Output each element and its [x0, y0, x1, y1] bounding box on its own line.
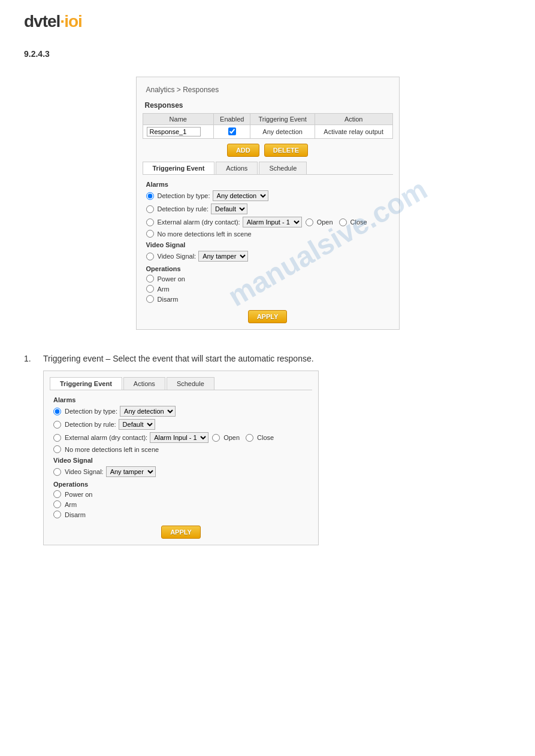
power-on-radio-2[interactable] [53, 490, 61, 498]
external-alarm-label[interactable]: External alarm (dry contact): [146, 218, 240, 226]
power-on-radio[interactable] [146, 275, 154, 283]
operations-title-2: Operations [53, 481, 309, 488]
arm-row-2: Arm [53, 500, 309, 508]
video-signal-select[interactable]: Any tamper [198, 251, 248, 262]
video-signal-radio-2[interactable] [53, 468, 61, 476]
no-more-detections-row: No more detections left in scene [146, 230, 389, 238]
row-enabled [214, 125, 250, 139]
row-name [143, 125, 214, 139]
add-delete-row: ADD DELETE [143, 144, 393, 157]
power-on-row-2: Power on [53, 490, 309, 498]
close-label[interactable]: Close [339, 218, 367, 226]
disarm-radio[interactable] [146, 295, 154, 303]
tab-schedule[interactable]: Schedule [259, 162, 307, 174]
arm-label[interactable]: Arm [146, 285, 170, 293]
no-more-detections-radio[interactable] [146, 230, 154, 238]
detection-by-type-select-2[interactable]: Any detection [120, 406, 176, 417]
logo-dvtel: dvtel [24, 12, 60, 31]
external-alarm-label-2[interactable]: External alarm (dry contact): [53, 434, 147, 442]
disarm-radio-2[interactable] [53, 511, 61, 518]
disarm-label[interactable]: Disarm [146, 295, 179, 303]
no-more-detections-radio-2[interactable] [53, 445, 61, 453]
item-content-1: Triggering event – Select the event that… [43, 354, 511, 545]
tab-bar-1: Triggering Event Actions Schedule [143, 162, 393, 175]
apply-row-1: APPLY [146, 310, 389, 323]
tab-actions[interactable]: Actions [216, 162, 258, 174]
detection-by-type-select[interactable]: Any detection [213, 190, 268, 201]
alarm-input-select-2[interactable]: Alarm Inpul - 1 [150, 432, 208, 443]
detection-by-type-row: Detection by type: Any detection [146, 190, 389, 201]
video-signal-title: Video Signal [146, 241, 389, 248]
video-signal-label-2[interactable]: Video Signal: [53, 468, 104, 476]
no-more-detections-row-2: No more detections left in scene [53, 445, 309, 453]
detection-by-rule-row: Detection by rule: Default [146, 204, 389, 214]
detection-by-rule-label-2[interactable]: Detection by rule: [53, 421, 116, 429]
open-label[interactable]: Open [306, 218, 333, 226]
external-alarm-row: External alarm (dry contact): Alarm Inpu… [146, 217, 389, 227]
detection-by-type-label-2[interactable]: Detection by type: [53, 408, 117, 415]
numbered-item-1: 1. Triggering event – Select the event t… [24, 354, 511, 545]
no-more-detections-label-2[interactable]: No more detections left in scene [53, 445, 159, 453]
item-description-1: Triggering event – Select the event that… [43, 354, 511, 363]
detection-by-type-radio-2[interactable] [53, 408, 61, 415]
delete-button[interactable]: DELETE [264, 144, 308, 157]
triggering-event-form: Alarms Detection by type: Any detection … [143, 181, 393, 323]
video-signal-row-2: Video Signal: Any tamper [53, 466, 309, 477]
open-radio[interactable] [306, 218, 313, 226]
arm-radio[interactable] [146, 285, 154, 293]
enabled-checkbox[interactable] [228, 127, 236, 135]
no-more-detections-label[interactable]: No more detections left in scene [146, 230, 252, 238]
logo: dvtel·ioi [24, 12, 82, 31]
tab2-triggering-event[interactable]: Triggering Event [50, 377, 122, 390]
video-signal-title-2: Video Signal [53, 457, 309, 464]
add-button[interactable]: ADD [227, 144, 259, 157]
external-alarm-row-2: External alarm (dry contact): Alarm Inpu… [53, 432, 309, 443]
disarm-row: Disarm [146, 295, 389, 303]
triggering-event-form-2: Alarms Detection by type: Any detection [50, 396, 312, 539]
close-label-2[interactable]: Close [246, 434, 274, 442]
open-radio-2[interactable] [212, 434, 220, 442]
detection-by-type-label[interactable]: Detection by type: [146, 192, 210, 200]
col-action: Action [315, 114, 392, 125]
video-signal-label[interactable]: Video Signal: [146, 253, 197, 260]
detection-by-rule-radio-2[interactable] [53, 421, 61, 429]
power-on-label[interactable]: Power on [146, 275, 185, 283]
logo-area: dvtel·ioi [24, 12, 511, 31]
row-triggering: Any detection [250, 125, 315, 139]
tab2-actions[interactable]: Actions [123, 377, 165, 390]
responses-table: Name Enabled Triggering Event Action Any… [143, 113, 393, 139]
apply-button-1[interactable]: APPLY [248, 310, 288, 323]
external-alarm-radio[interactable] [146, 218, 154, 226]
external-alarm-radio-2[interactable] [53, 434, 61, 442]
open-close-group-2: Open Close [212, 434, 274, 442]
tab-triggering-event[interactable]: Triggering Event [143, 162, 215, 174]
power-on-row: Power on [146, 275, 389, 283]
detection-by-rule-select[interactable]: Default [211, 204, 247, 214]
detection-by-rule-row-2: Detection by rule: Default [53, 419, 309, 430]
alarm-input-select[interactable]: Alarm Input - 1 [243, 217, 302, 227]
breadcrumb: Analytics > Responses [143, 83, 393, 96]
close-radio[interactable] [339, 218, 347, 226]
responses-label: Responses [143, 101, 393, 110]
detection-by-type-row-2: Detection by type: Any detection [53, 406, 309, 417]
arm-radio-2[interactable] [53, 500, 61, 508]
open-label-2[interactable]: Open [212, 434, 240, 442]
arm-label-2[interactable]: Arm [53, 500, 77, 508]
tab2-schedule[interactable]: Schedule [167, 377, 214, 390]
video-signal-select-2[interactable]: Any tamper [106, 466, 156, 477]
close-radio-2[interactable] [246, 434, 253, 442]
section-heading: 9.2.4.3 [24, 49, 511, 59]
table-row: Any detection Activate relay output [143, 125, 392, 139]
power-on-label-2[interactable]: Power on [53, 490, 92, 498]
apply-button-2[interactable]: APPLY [161, 526, 201, 539]
ui-panel-2: Triggering Event Actions Schedule Alarms… [43, 371, 319, 545]
arm-row: Arm [146, 285, 389, 293]
detection-by-rule-label[interactable]: Detection by rule: [146, 205, 209, 213]
video-signal-radio[interactable] [146, 253, 154, 260]
disarm-row-2: Disarm [53, 511, 309, 518]
disarm-label-2[interactable]: Disarm [53, 511, 86, 518]
response-name-input[interactable] [147, 127, 201, 136]
detection-by-type-radio[interactable] [146, 192, 154, 200]
detection-by-rule-select-2[interactable]: Default [119, 419, 155, 430]
detection-by-rule-radio[interactable] [146, 205, 154, 213]
